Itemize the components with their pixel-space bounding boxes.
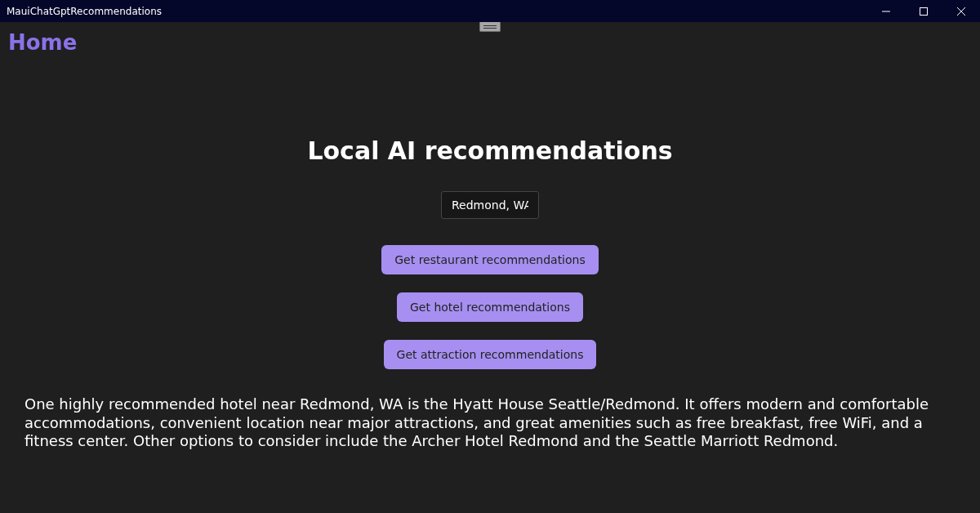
close-button[interactable]	[942, 0, 980, 22]
window-title: MauiChatGptRecommendations	[7, 6, 162, 17]
get-restaurants-button[interactable]: Get restaurant recommendations	[381, 245, 599, 274]
toolbar-handle[interactable]	[479, 22, 501, 32]
result-text: One highly recommended hotel near Redmon…	[0, 387, 980, 451]
maximize-icon	[920, 7, 928, 16]
handle-line-icon	[483, 25, 497, 26]
svg-rect-1	[920, 7, 928, 15]
page-title: Local AI recommendations	[307, 136, 672, 165]
minimize-icon	[882, 7, 890, 16]
minimize-button[interactable]	[867, 0, 905, 22]
location-input[interactable]	[441, 191, 539, 219]
window-controls	[867, 0, 980, 22]
get-attractions-button[interactable]: Get attraction recommendations	[384, 340, 597, 369]
maximize-button[interactable]	[905, 0, 942, 22]
main-content: Local AI recommendations Get restaurant …	[0, 55, 980, 451]
handle-line-icon	[483, 28, 497, 29]
window-titlebar: MauiChatGptRecommendations	[0, 0, 980, 22]
get-hotels-button[interactable]: Get hotel recommendations	[397, 292, 583, 322]
close-icon	[957, 7, 965, 16]
